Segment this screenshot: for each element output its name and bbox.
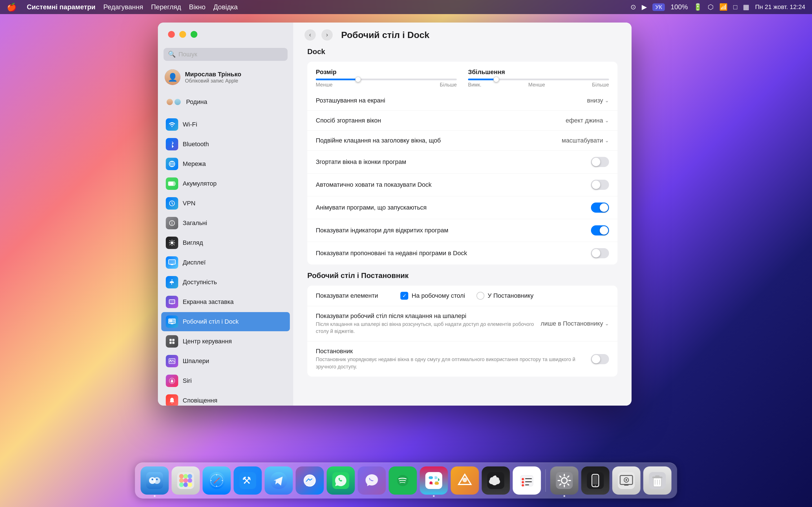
bluetooth-icon[interactable]: ⬡ xyxy=(708,3,714,11)
sidebar-item-control[interactable]: Центр керування xyxy=(161,332,290,351)
close-button[interactable] xyxy=(168,31,175,38)
dock-xcode[interactable]: ⚒ xyxy=(234,466,262,495)
menubar-help[interactable]: Довідка xyxy=(213,3,238,11)
on-desktop-option[interactable]: ✓ На робочому столі xyxy=(400,292,465,300)
show-desktop-click-value[interactable]: лише в Постановнику ⌄ xyxy=(541,320,609,327)
siri-label: Siri xyxy=(183,377,192,385)
size-slider-thumb[interactable] xyxy=(355,76,361,82)
sidebar-item-desktop[interactable]: Робочий стіл і Dock xyxy=(161,312,290,331)
svg-rect-70 xyxy=(624,485,629,486)
menubar-edit[interactable]: Редагування xyxy=(103,3,143,11)
minimize-to-icon-row: Згортати вікна в іконки програм xyxy=(307,151,617,173)
sidebar-item-siri[interactable]: Siri xyxy=(161,371,290,390)
double-click-value[interactable]: масштабувати ⌄ xyxy=(562,137,609,144)
dock-spotify[interactable] xyxy=(389,466,417,495)
magnify-slider-thumb[interactable] xyxy=(493,76,499,82)
sidebar-item-bluetooth[interactable]: Bluetooth xyxy=(161,135,290,154)
menubar-extra-icon[interactable]: □ xyxy=(733,3,738,11)
dock-trash[interactable] xyxy=(644,466,672,495)
svg-rect-55 xyxy=(525,478,532,479)
magnify-slider-track[interactable] xyxy=(468,78,609,80)
user-icon[interactable]: УК xyxy=(652,3,665,11)
dock-system-settings[interactable] xyxy=(550,466,578,495)
minimize-to-icon-toggle[interactable] xyxy=(591,157,609,167)
show-desktop-click-chevron-icon: ⌄ xyxy=(605,321,609,327)
display-label: Дисплеї xyxy=(183,259,206,266)
svg-point-34 xyxy=(184,483,188,487)
back-button[interactable]: ‹ xyxy=(305,29,316,41)
size-slider-fill xyxy=(316,78,358,80)
dock-telegram[interactable] xyxy=(265,466,293,495)
minimize-button[interactable] xyxy=(179,31,186,38)
svg-point-6 xyxy=(170,241,173,244)
dock-safari[interactable] xyxy=(203,466,231,495)
bluetooth-item-icon xyxy=(166,138,178,151)
dock-finder[interactable] xyxy=(141,466,169,495)
dock-whatsapp[interactable] xyxy=(327,466,355,495)
dock-launchpad[interactable] xyxy=(172,466,200,495)
in-stage-checkbox[interactable] xyxy=(476,292,485,300)
maximize-button[interactable] xyxy=(191,31,197,38)
minimize-label: Спосіб згортання вікон xyxy=(316,117,566,124)
sidebar-item-vpn[interactable]: VPN xyxy=(161,194,290,213)
slider-section: Розмір Менше Більше Збільшення xyxy=(307,62,617,91)
wifi-icon[interactable]: 📶 xyxy=(719,3,728,11)
siri-item-icon xyxy=(166,375,178,387)
size-slider-track[interactable] xyxy=(316,78,457,80)
spotlight-icon[interactable]: ⊙ xyxy=(630,3,636,11)
dock-messenger[interactable] xyxy=(296,466,324,495)
show-indicators-toggle[interactable] xyxy=(591,225,609,235)
position-value[interactable]: внизу ⌄ xyxy=(587,97,609,104)
sidebar-item-network[interactable]: Мережа xyxy=(161,154,290,173)
search-bar[interactable]: 🔍 Пошук xyxy=(163,48,288,61)
menubar-time: Пн 21 жовт. 12:24 xyxy=(755,3,805,11)
auto-hide-label: Автоматично ховати та показувати Dock xyxy=(316,181,591,188)
svg-point-69 xyxy=(626,479,627,481)
dock-viber[interactable] xyxy=(358,466,386,495)
dock-pixelmator[interactable] xyxy=(451,466,479,495)
apple-logo-icon[interactable]: 🍎 xyxy=(7,3,17,12)
dock-screen-capture[interactable] xyxy=(612,466,641,495)
sidebar-item-family[interactable]: Родина xyxy=(161,91,290,113)
sidebar-item-battery[interactable]: Акумулятор xyxy=(161,174,290,193)
in-stage-option[interactable]: У Постановнику xyxy=(476,292,534,300)
dock-reminders[interactable] xyxy=(513,466,541,495)
sidebar-item-wallpaper[interactable]: Шпалери xyxy=(161,351,290,371)
sidebar-item-wifi[interactable]: Wi-Fi xyxy=(161,115,290,134)
menubar-left: 🍎 Системні параметри Редагування Перегля… xyxy=(7,3,238,12)
animate-row: Анімувати програми, що запускаються xyxy=(307,196,617,219)
forward-button[interactable]: › xyxy=(321,29,333,41)
dock-chatgpt[interactable] xyxy=(482,466,510,495)
sidebar-item-display[interactable]: Дисплеї xyxy=(161,253,290,272)
on-desktop-checkbox[interactable]: ✓ xyxy=(400,292,408,300)
menubar-extra2-icon[interactable]: ▦ xyxy=(743,3,749,11)
show-desktop-click-sub: Після клацання на шпалері всі вікна розс… xyxy=(316,321,535,335)
double-click-label: Подвійне клацання на заголовку вікна, що… xyxy=(316,137,562,144)
animate-toggle[interactable] xyxy=(591,203,609,213)
show-recent-toggle[interactable] xyxy=(591,248,609,258)
sidebar-item-screensaver[interactable]: Екранна заставка xyxy=(161,292,290,312)
menubar-window[interactable]: Вікно xyxy=(189,3,205,11)
vpn-item-icon xyxy=(166,197,178,210)
content-area: Dock Розмір Менше Більше xyxy=(293,47,631,395)
control-item-icon xyxy=(166,335,178,348)
sidebar-item-notif[interactable]: Сповіщення xyxy=(161,391,290,406)
minimize-value[interactable]: ефект джина ⌄ xyxy=(566,117,609,124)
music-icon[interactable]: ▶ xyxy=(642,3,647,11)
menubar-view[interactable]: Перегляд xyxy=(151,3,181,11)
sidebar-item-appear[interactable]: Вигляд xyxy=(161,233,290,252)
stage-manager-toggle[interactable] xyxy=(591,354,609,364)
auto-hide-toggle[interactable] xyxy=(591,180,609,190)
on-desktop-label: На робочому столі xyxy=(412,292,465,299)
sliders-card: Розмір Менше Більше Збільшення xyxy=(307,62,617,265)
user-profile[interactable]: 👤 Мирослав Трінько Обліковий запис Apple xyxy=(158,66,293,91)
menubar-app-name[interactable]: Системні параметри xyxy=(27,3,96,11)
on-desktop-check-icon: ✓ xyxy=(402,293,407,299)
dock-iphone-mirror[interactable] xyxy=(581,466,610,495)
dock-slack[interactable] xyxy=(420,466,448,495)
search-input[interactable]: Пошук xyxy=(179,51,283,58)
sidebar-item-access[interactable]: Доступність xyxy=(161,273,290,292)
svg-rect-11 xyxy=(169,320,172,322)
sidebar-item-general[interactable]: Загальні xyxy=(161,214,290,233)
screensaver-label: Екранна заставка xyxy=(183,298,234,305)
